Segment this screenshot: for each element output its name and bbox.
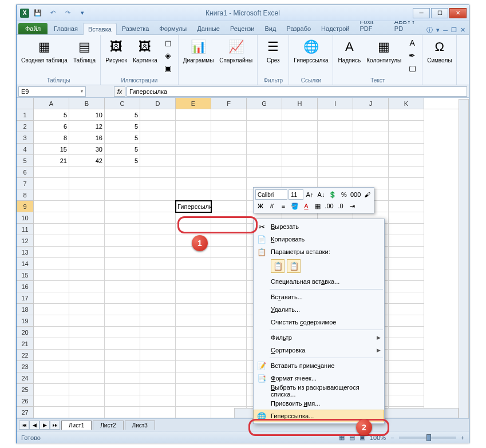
sheet-nav-prev[interactable]: ◀ bbox=[29, 421, 39, 430]
cell-K9[interactable] bbox=[389, 201, 424, 212]
cell-B17[interactable] bbox=[69, 292, 105, 304]
tab-layout[interactable]: Разметка bbox=[117, 22, 155, 34]
cell-D11[interactable] bbox=[140, 224, 176, 235]
cell-C2[interactable]: 5 bbox=[105, 121, 140, 132]
cm-format[interactable]: 📑Формат ячеек... bbox=[254, 372, 384, 384]
cell-F7[interactable] bbox=[211, 178, 247, 189]
row-header-13[interactable]: 13 bbox=[17, 247, 34, 258]
cell-D4[interactable] bbox=[140, 144, 176, 155]
cell-C12[interactable] bbox=[105, 235, 140, 247]
cell-K13[interactable] bbox=[389, 247, 424, 258]
cell-E22[interactable] bbox=[176, 350, 211, 361]
cell-B5[interactable]: 42 bbox=[69, 155, 105, 166]
cell-E21[interactable] bbox=[176, 338, 211, 350]
cell-D8[interactable] bbox=[140, 189, 176, 201]
cell-F23[interactable] bbox=[211, 361, 247, 372]
sheet-nav-last[interactable]: ⏭ bbox=[50, 421, 60, 430]
table-button[interactable]: ▤Таблица bbox=[71, 36, 98, 65]
cell-K4[interactable] bbox=[389, 144, 424, 155]
cell-D13[interactable] bbox=[140, 247, 176, 258]
cell-K8[interactable] bbox=[389, 189, 424, 201]
object-button[interactable]: ▢ bbox=[406, 62, 418, 74]
col-header-K[interactable]: K bbox=[389, 98, 424, 109]
name-box[interactable]: E9 bbox=[18, 86, 86, 97]
mini-font-select[interactable] bbox=[255, 189, 287, 200]
cell-F4[interactable] bbox=[211, 144, 247, 155]
cell-B8[interactable] bbox=[69, 189, 105, 201]
cell-G2[interactable] bbox=[247, 121, 282, 132]
wordart-button[interactable]: A bbox=[406, 37, 418, 49]
row-header-2[interactable]: 2 bbox=[17, 121, 34, 132]
cell-J5[interactable] bbox=[353, 155, 389, 166]
cell-K1[interactable] bbox=[389, 109, 424, 121]
cell-D21[interactable] bbox=[140, 338, 176, 350]
cell-H4[interactable] bbox=[282, 144, 318, 155]
vertical-scrollbar[interactable] bbox=[459, 99, 469, 420]
cell-A11[interactable] bbox=[34, 224, 69, 235]
cell-E10[interactable] bbox=[176, 212, 211, 224]
cell-D16[interactable] bbox=[140, 281, 176, 292]
row-header-24[interactable]: 24 bbox=[17, 372, 34, 384]
qat-redo-icon[interactable]: ↷ bbox=[61, 7, 74, 19]
col-header-F[interactable]: F bbox=[211, 98, 247, 109]
smartart-button[interactable]: ◈ bbox=[162, 50, 175, 61]
cell-D18[interactable] bbox=[140, 304, 176, 315]
cm-clear[interactable]: Очистить содержимое bbox=[254, 316, 384, 328]
cell-D1[interactable] bbox=[140, 109, 176, 121]
cell-D17[interactable] bbox=[140, 292, 176, 304]
qat-save-icon[interactable]: 💾 bbox=[31, 7, 44, 19]
col-header-D[interactable]: D bbox=[140, 98, 176, 109]
hyperlink-button[interactable]: 🌐Гиперссылка bbox=[291, 36, 330, 65]
cell-E5[interactable] bbox=[176, 155, 211, 166]
mini-merge-icon[interactable]: ⇥ bbox=[347, 201, 357, 211]
cell-K17[interactable] bbox=[389, 292, 424, 304]
row-header-26[interactable]: 26 bbox=[17, 395, 34, 407]
cell-H1[interactable] bbox=[282, 109, 318, 121]
textbox-button[interactable]: AНадпись bbox=[335, 36, 363, 65]
slicer-button[interactable]: ☰Срез bbox=[260, 36, 286, 65]
col-header-A[interactable]: A bbox=[34, 98, 69, 109]
cell-C17[interactable] bbox=[105, 292, 140, 304]
cell-B19[interactable] bbox=[69, 315, 105, 327]
cell-J1[interactable] bbox=[353, 109, 389, 121]
row-header-21[interactable]: 21 bbox=[17, 338, 34, 350]
cell-J2[interactable] bbox=[353, 121, 389, 132]
cell-B10[interactable] bbox=[69, 212, 105, 224]
cell-D6[interactable] bbox=[140, 166, 176, 178]
row-header-27[interactable]: 27 bbox=[17, 407, 34, 418]
cm-sort[interactable]: Сортировка▶ bbox=[254, 344, 384, 356]
zoom-out-button[interactable]: − bbox=[390, 434, 394, 441]
cell-F21[interactable] bbox=[211, 338, 247, 350]
col-header-E[interactable]: E bbox=[176, 98, 211, 109]
picture-button[interactable]: 🖼Рисунок bbox=[103, 36, 129, 65]
cell-D7[interactable] bbox=[140, 178, 176, 189]
cell-D5[interactable] bbox=[140, 155, 176, 166]
cell-K12[interactable] bbox=[389, 235, 424, 247]
cell-A26[interactable] bbox=[34, 395, 69, 407]
cell-C5[interactable]: 5 bbox=[105, 155, 140, 166]
cell-K15[interactable] bbox=[389, 269, 424, 281]
tab-developer[interactable]: Разрабо bbox=[281, 22, 316, 34]
doc-restore-icon[interactable]: ❐ bbox=[451, 26, 457, 34]
cell-H5[interactable] bbox=[282, 155, 318, 166]
cell-K18[interactable] bbox=[389, 304, 424, 315]
col-header-H[interactable]: H bbox=[282, 98, 318, 109]
cell-E1[interactable] bbox=[176, 109, 211, 121]
cell-B26[interactable] bbox=[69, 395, 105, 407]
cell-A14[interactable] bbox=[34, 258, 69, 269]
cell-E4[interactable] bbox=[176, 144, 211, 155]
header-button[interactable]: ▦Колонтитулы bbox=[364, 36, 404, 65]
col-header-G[interactable]: G bbox=[247, 98, 282, 109]
cell-C25[interactable] bbox=[105, 384, 140, 395]
cell-F9[interactable] bbox=[211, 201, 247, 212]
qat-undo-icon[interactable]: ↶ bbox=[46, 7, 59, 19]
cell-J4[interactable] bbox=[353, 144, 389, 155]
cell-C11[interactable] bbox=[105, 224, 140, 235]
cell-F11[interactable] bbox=[211, 224, 247, 235]
cell-A9[interactable] bbox=[34, 201, 69, 212]
cell-A25[interactable] bbox=[34, 384, 69, 395]
row-header-3[interactable]: 3 bbox=[17, 132, 34, 144]
cell-C9[interactable] bbox=[105, 201, 140, 212]
cell-E15[interactable] bbox=[176, 269, 211, 281]
cell-K24[interactable] bbox=[389, 372, 424, 384]
